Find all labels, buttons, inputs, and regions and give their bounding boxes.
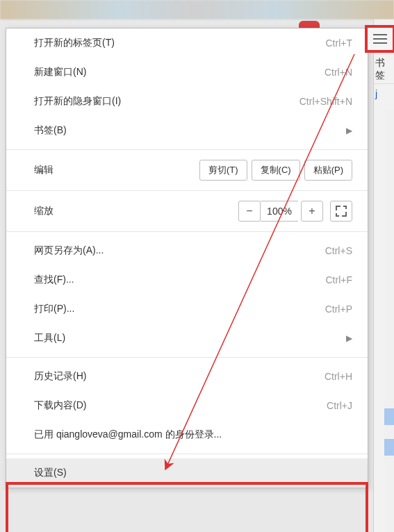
chevron-right-icon: ▶ [346,126,352,135]
menu-new-tab[interactable]: 打开新的标签页(T) Ctrl+T [6,28,368,58]
menu-label: 编辑 [34,164,195,176]
annotation-box-sides [6,482,368,532]
menu-separator [6,231,368,232]
signed-in-prefix: 已用 [34,429,56,440]
copy-button[interactable]: 复制(C) [252,160,300,181]
zoom-value: 100% [261,201,298,222]
chevron-right-icon: ▶ [346,333,352,343]
fullscreen-icon [336,206,347,217]
right-pane: 书签 j [373,19,394,532]
scrollbar-track[interactable] [384,110,394,532]
menu-separator [6,454,368,454]
menu-label: 打印(P)... [34,303,74,315]
hamburger-icon[interactable] [373,34,387,44]
zoom-in-button[interactable]: + [301,201,323,222]
bookmarks-bar-label: 书签 [374,53,394,84]
menu-zoom-row: 缩放 − 100% + [6,195,368,227]
annotation-hamburger-highlight [365,25,394,53]
signed-in-text: 已用 qiangloveva@gmail.com 的身份登录... [34,429,222,441]
cut-button[interactable]: 剪切(T) [199,160,247,181]
menu-separator [6,149,368,150]
menu-label: 缩放 [34,205,236,217]
menu-label: 设置(S) [34,467,67,479]
menu-label: 下载内容(D) [34,399,86,412]
menu-shortcut: Ctrl+T [326,38,353,49]
scroll-marker [384,439,394,456]
paste-button[interactable]: 粘贴(P) [304,160,352,181]
zoom-out-button[interactable]: − [238,201,261,222]
menu-label: 打开新的标签页(T) [34,37,115,49]
menu-separator [6,357,368,358]
menu-incognito[interactable]: 打开新的隐身窗口(I) Ctrl+Shift+N [6,87,368,116]
menu-shortcut: Ctrl+H [325,371,352,382]
menu-downloads[interactable]: 下载内容(D) Ctrl+J [6,391,368,420]
menu-new-window[interactable]: 新建窗口(N) Ctrl+N [6,58,368,87]
link-fragment[interactable]: j [374,88,394,99]
signed-in-suffix: 的身份登录... [163,429,222,440]
fullscreen-button[interactable] [330,201,352,222]
menu-shortcut: Ctrl+F [326,274,353,285]
menu-tools[interactable]: 工具(L) ▶ [6,324,368,353]
menu-label: 历史记录(H) [34,370,86,383]
menu-shortcut: Ctrl+N [325,67,352,78]
menu-settings[interactable]: 设置(S) [6,458,368,488]
menu-separator [6,190,368,191]
menu-shortcut: Ctrl+P [325,304,352,315]
menu-label: 查找(F)... [34,274,74,286]
menu-history[interactable]: 历史记录(H) Ctrl+H [6,362,368,391]
menu-shortcut: Ctrl+S [325,245,352,256]
menu-label: 书签(B) [34,124,67,137]
menu-find[interactable]: 查找(F)... Ctrl+F [6,265,368,294]
menu-bookmarks[interactable]: 书签(B) ▶ [6,116,368,145]
menu-label: 新建窗口(N) [34,66,86,78]
menu-label: 工具(L) [34,332,65,344]
menu-edit-row: 编辑 剪切(T) 复制(C) 粘贴(P) [6,154,368,186]
menu-shortcut: Ctrl+Shift+N [299,96,352,107]
window-titlebar [0,0,394,19]
menu-save-as[interactable]: 网页另存为(A)... Ctrl+S [6,236,368,265]
signed-in-email: qiangloveva@gmail.com [56,429,163,440]
menu-shortcut: Ctrl+J [327,400,352,411]
menu-print[interactable]: 打印(P)... Ctrl+P [6,294,368,324]
menu-label: 打开新的隐身窗口(I) [34,95,121,108]
menu-label: 网页另存为(A)... [34,244,104,257]
menu-signed-in[interactable]: 已用 qiangloveva@gmail.com 的身份登录... [6,420,368,449]
scroll-marker [384,408,394,425]
chrome-main-menu: 打开新的标签页(T) Ctrl+T 新建窗口(N) Ctrl+N 打开新的隐身窗… [6,28,368,488]
